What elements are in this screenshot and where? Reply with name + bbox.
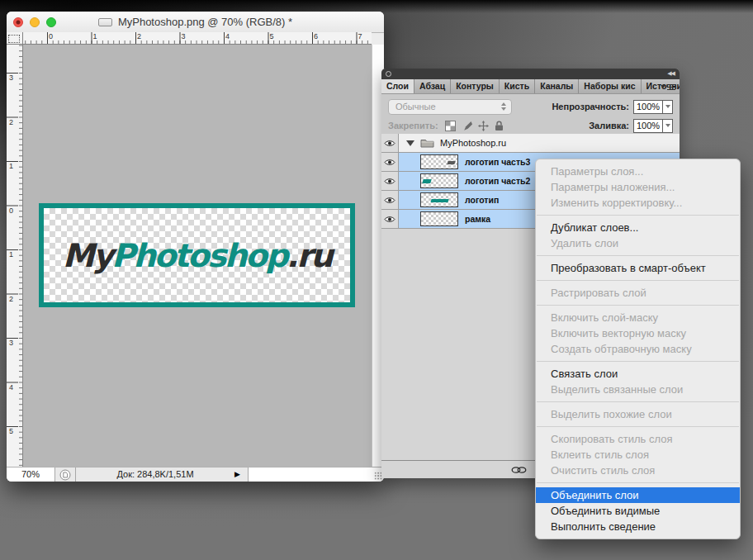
menu-item-label: Выделить похожие слои — [551, 408, 672, 420]
titlebar[interactable]: MyPhotoshop.png @ 70% (RGB/8) * — [7, 12, 384, 33]
fill-value-field[interactable]: 100% — [633, 119, 663, 133]
context-menu-item[interactable]: Растрировать слой — [536, 285, 740, 301]
layer-thumbnail[interactable] — [420, 211, 458, 226]
lock-label: Закрепить: — [388, 121, 438, 131]
layer-visibility-toggle[interactable] — [381, 153, 399, 171]
context-menu-item[interactable] — [537, 280, 739, 281]
blend-mode-select[interactable]: Обычные — [388, 99, 512, 115]
context-menu-item[interactable]: Связать слои — [536, 366, 740, 382]
lock-transparency-icon[interactable] — [445, 121, 456, 131]
menu-item-label: Удалить слои — [551, 237, 618, 249]
context-menu-item[interactable] — [537, 426, 739, 427]
status-menu-arrow[interactable]: ▶ — [234, 467, 248, 482]
fill-label: Заливка: — [589, 121, 629, 131]
context-menu-item[interactable]: Выделить связанные слои — [536, 382, 740, 397]
title-area: MyPhotoshop.png @ 70% (RGB/8) * — [64, 16, 326, 28]
context-menu-item[interactable] — [537, 215, 739, 216]
fill-dropdown-arrow-icon[interactable] — [663, 119, 673, 133]
context-menu-item[interactable]: Скопировать стиль слоя — [536, 431, 740, 447]
ruler-number: 4 — [224, 32, 268, 40]
context-menu-item[interactable]: Объединить видимые — [536, 503, 740, 519]
panel-tab[interactable]: Каналы — [535, 79, 579, 93]
zoom-level-field[interactable]: 70% — [7, 467, 55, 482]
horizontal-scrollbar[interactable] — [248, 467, 372, 482]
ruler-origin-box[interactable] — [7, 32, 23, 45]
menu-item-label: Включить слой-маску — [551, 311, 658, 324]
context-menu-item[interactable] — [537, 482, 739, 483]
context-menu-item[interactable] — [537, 361, 739, 362]
link-layers-icon[interactable] — [511, 466, 527, 474]
context-menu-item[interactable]: Изменить корректировку... — [536, 195, 740, 211]
context-menu-item[interactable] — [537, 305, 739, 306]
layer-visibility-toggle[interactable] — [381, 210, 399, 228]
status-preview-icon[interactable] — [55, 467, 76, 482]
panel-menu-lines-icon — [667, 84, 675, 86]
ruler-number: 1 — [9, 161, 13, 206]
layer-thumbnail[interactable] — [420, 173, 458, 188]
menu-item-label: Параметры наложения... — [551, 181, 675, 193]
logo-text-my: My — [63, 237, 111, 274]
panel-close-icon[interactable] — [386, 71, 391, 77]
close-button[interactable] — [13, 17, 23, 27]
blend-mode-value: Обычные — [395, 102, 436, 112]
lock-paint-brush-icon[interactable] — [462, 121, 472, 131]
opacity-label: Непрозрачность: — [552, 102, 629, 112]
panel-menu-icon[interactable] — [661, 83, 675, 91]
minimize-button[interactable] — [30, 17, 40, 27]
eye-icon — [384, 197, 395, 204]
context-menu-item[interactable]: Очистить стиль слоя — [536, 463, 740, 478]
panel-tab[interactable]: Наборы кис — [579, 79, 641, 93]
layer-thumbnail[interactable] — [420, 192, 458, 207]
group-expand-icon[interactable] — [406, 140, 414, 146]
eye-icon — [384, 159, 395, 166]
group-row[interactable]: MyPhotoshop.ru — [381, 134, 680, 153]
menu-item-label: Растрировать слой — [551, 287, 646, 299]
context-menu-item[interactable]: Дубликат слоев... — [536, 220, 740, 235]
context-menu-item[interactable]: Выделить похожие слои — [536, 406, 740, 422]
menu-item-label: Параметры слоя... — [551, 165, 643, 178]
lock-move-icon[interactable] — [478, 121, 489, 131]
group-content[interactable]: MyPhotoshop.ru — [399, 134, 680, 152]
panel-tab[interactable]: Слои — [381, 79, 414, 93]
menu-item-label: Связать слои — [551, 368, 618, 380]
context-menu-item[interactable] — [537, 401, 739, 402]
menu-item-label: Дубликат слоев... — [551, 221, 638, 234]
menu-item-label: Выполнить сведение — [551, 520, 656, 533]
layer-thumbnail[interactable] — [420, 154, 458, 169]
group-visibility-toggle[interactable] — [381, 134, 399, 152]
menu-item-label: Объединить слои — [551, 489, 639, 501]
opacity-dropdown-arrow-icon[interactable] — [663, 100, 673, 114]
context-menu-item[interactable]: Создать обтравочную маску — [536, 341, 740, 357]
context-menu-item[interactable]: Параметры наложения... — [536, 179, 740, 195]
opacity-value-field[interactable]: 100% — [633, 100, 663, 114]
context-menu-item[interactable]: Выполнить сведение — [536, 519, 740, 534]
context-menu-item[interactable]: Включить векторную маску — [536, 325, 740, 341]
menu-item-label: Изменить корректировку... — [551, 197, 682, 209]
vertical-ruler[interactable]: 321012345 — [7, 45, 23, 467]
context-menu-item[interactable]: Преобразовать в смарт-объект — [536, 260, 740, 276]
panel-tab[interactable]: Контуры — [451, 79, 500, 93]
menu-item-label: Выделить связанные слои — [551, 383, 683, 396]
context-menu-item[interactable] — [537, 255, 739, 256]
horizontal-ruler[interactable]: 01234567 — [23, 32, 372, 45]
menu-item-label: Скопировать стиль слоя — [551, 433, 672, 445]
fullscreen-button[interactable] — [46, 17, 56, 27]
panel-tab[interactable]: Кисть — [500, 79, 535, 93]
logo-artwork[interactable]: MyPhotoshop.ru — [39, 203, 355, 307]
menu-item-label: Очистить стиль слоя — [551, 464, 655, 477]
layer-visibility-toggle[interactable] — [381, 191, 399, 209]
lock-all-icon[interactable] — [495, 121, 504, 131]
panel-tab[interactable]: Абзац — [414, 79, 451, 93]
ruler-number: 1 — [9, 249, 13, 294]
context-menu-item[interactable]: Включить слой-маску — [536, 310, 740, 325]
ruler-number: 2 — [9, 294, 13, 339]
context-menu-item[interactable]: Объединить слои — [536, 487, 740, 503]
layer-visibility-toggle[interactable] — [381, 172, 399, 190]
canvas[interactable]: MyPhotoshop.ru — [23, 45, 372, 467]
panel-header-bar[interactable]: ◀◀ — [381, 69, 680, 79]
context-menu-item[interactable]: Параметры слоя... — [536, 164, 740, 179]
context-menu-item[interactable]: Вклеить стиль слоя — [536, 447, 740, 463]
collapse-panel-icon[interactable]: ◀◀ — [667, 70, 675, 77]
group-name: MyPhotoshop.ru — [440, 138, 506, 148]
context-menu-item[interactable]: Удалить слои — [536, 235, 740, 251]
